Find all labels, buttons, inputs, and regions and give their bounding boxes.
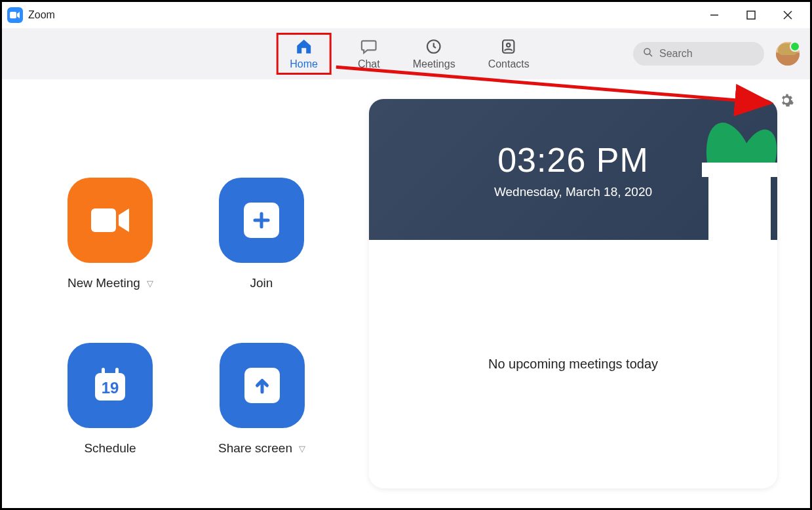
search-input[interactable]: Search	[633, 42, 764, 66]
chevron-down-icon[interactable]: ▽	[299, 444, 305, 454]
tab-label: Meetings	[413, 58, 455, 70]
top-navbar: Home Chat Meetings Contacts Search	[2, 28, 810, 79]
no-meetings-message: No upcoming meetings today	[488, 357, 658, 372]
chat-icon	[360, 37, 378, 56]
window-maximize-button[interactable]	[742, 6, 760, 24]
current-time: 03:26 PM	[497, 140, 649, 180]
chevron-down-icon[interactable]: ▽	[147, 279, 153, 288]
profile-avatar[interactable]	[776, 42, 800, 66]
tab-home[interactable]: Home	[276, 33, 332, 75]
svg-rect-2	[747, 11, 755, 19]
svg-point-8	[644, 49, 650, 54]
right-panel: 03:26 PM Wednesday, March 18, 2020 No up…	[369, 99, 777, 488]
schedule-button[interactable]: 19	[68, 343, 153, 428]
share-screen-button[interactable]	[220, 343, 305, 428]
window-minimize-button[interactable]	[705, 6, 724, 24]
svg-rect-10	[91, 208, 116, 232]
share-screen-label: Share screen	[218, 441, 292, 456]
svg-point-7	[507, 43, 510, 47]
clock-icon	[425, 37, 443, 56]
window-titlebar: Zoom	[2, 2, 810, 28]
calendar-day-number: 19	[102, 379, 119, 397]
schedule-label: Schedule	[84, 441, 136, 456]
tab-label: Home	[290, 58, 318, 70]
svg-rect-0	[10, 12, 16, 18]
current-date: Wednesday, March 18, 2020	[494, 185, 652, 199]
home-icon	[295, 37, 313, 56]
svg-rect-15	[115, 368, 119, 377]
tab-contacts[interactable]: Contacts	[482, 33, 536, 74]
tab-label: Contacts	[488, 58, 530, 70]
tab-label: Chat	[358, 58, 380, 70]
svg-line-9	[649, 54, 652, 56]
settings-button[interactable]	[777, 92, 796, 111]
contacts-icon	[499, 37, 518, 56]
join-button[interactable]	[219, 178, 304, 263]
plant-decoration	[686, 122, 777, 240]
new-meeting-label: New Meeting	[68, 276, 140, 290]
gear-icon	[779, 92, 794, 111]
hero-banner: 03:26 PM Wednesday, March 18, 2020	[369, 99, 777, 240]
zoom-app-icon	[7, 7, 23, 23]
tab-meetings[interactable]: Meetings	[406, 33, 462, 74]
join-label: Join	[250, 276, 273, 290]
new-meeting-button[interactable]	[68, 178, 153, 263]
search-icon	[642, 47, 654, 61]
svg-rect-14	[102, 368, 105, 377]
search-placeholder: Search	[659, 48, 693, 60]
tab-chat[interactable]: Chat	[351, 33, 387, 74]
window-title: Zoom	[28, 9, 55, 21]
content-area: New Meeting ▽ Join	[2, 79, 810, 508]
window-close-button[interactable]	[779, 6, 797, 24]
